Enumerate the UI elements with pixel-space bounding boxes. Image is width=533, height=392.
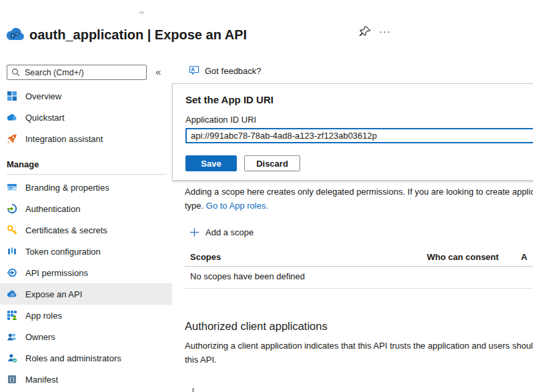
token-configuration-icon	[7, 246, 17, 257]
discard-button[interactable]: Discard	[244, 155, 300, 171]
api-permissions-icon	[7, 267, 17, 278]
plus-icon	[189, 227, 199, 237]
sidebar-collapse-button[interactable]: «	[155, 66, 161, 77]
scopes-note-line2: type. Go to App roles.	[185, 201, 268, 211]
pin-icon[interactable]	[358, 25, 373, 40]
sidebar-item-label: Token configuration	[25, 247, 101, 257]
sidebar-item-quickstart[interactable]: Quickstart	[0, 107, 172, 128]
add-client-application-plus-icon-partial[interactable]	[192, 388, 194, 392]
table-row-divider	[185, 288, 533, 289]
expose-api-cloud-icon	[7, 289, 17, 299]
sidebar-section-manage: Manage	[7, 159, 39, 169]
sidebar-item-label: App roles	[25, 311, 62, 321]
sidebar-item-label: Expose an API	[25, 289, 82, 299]
search-icon	[11, 68, 20, 77]
azure-portal-blade: oauth_application | Expose an API ··· « …	[0, 0, 533, 392]
top-artifact-mark	[139, 11, 144, 14]
add-a-scope-label: Add a scope	[205, 227, 253, 237]
column-header-who-can-consent: Who can consent	[427, 252, 499, 262]
sidebar-item-manifest[interactable]: Manifest	[0, 369, 172, 390]
feedback-person-icon	[189, 65, 199, 76]
manifest-icon	[7, 374, 17, 385]
sidebar-item-label: Certificates & secrets	[25, 225, 107, 235]
roles-administrators-icon	[7, 353, 17, 363]
sidebar-nav-general: Overview Quickstart Integration assistan…	[0, 85, 172, 149]
sidebar-item-label: Quickstart	[25, 113, 65, 123]
sidebar-item-owners[interactable]: Owners	[0, 326, 172, 347]
authorized-clients-note-line1: Authorizing a client application indicat…	[185, 341, 533, 351]
sidebar-search-box[interactable]	[7, 65, 147, 80]
authentication-icon	[7, 203, 17, 214]
more-options-ellipsis-icon[interactable]: ···	[379, 26, 391, 37]
key-icon	[7, 225, 17, 235]
scopes-note-line2-text: type.	[185, 201, 206, 211]
application-id-uri-input[interactable]	[185, 128, 533, 143]
authorized-clients-note-line2: this API.	[185, 355, 217, 365]
owners-people-icon	[7, 331, 17, 342]
sidebar-item-token-configuration[interactable]: Token configuration	[0, 241, 172, 262]
sidebar-item-branding-properties[interactable]: Branding & properties	[0, 177, 172, 198]
sidebar-nav-manage: Branding & properties Authentication Cer…	[0, 177, 172, 390]
add-a-scope-button[interactable]: Add a scope	[189, 227, 253, 237]
got-feedback-label: Got feedback?	[205, 66, 261, 76]
quickstart-icon	[7, 112, 17, 123]
sidebar-item-app-roles[interactable]: App roles	[0, 305, 172, 326]
search-input[interactable]	[25, 68, 142, 77]
got-feedback-button[interactable]: Got feedback?	[189, 65, 261, 76]
sidebar-item-label: Branding & properties	[25, 183, 109, 193]
column-header-scopes: Scopes	[190, 252, 221, 262]
sidebar-item-integration-assistant[interactable]: Integration assistant	[0, 128, 172, 149]
sidebar-divider	[7, 174, 167, 175]
column-header-admin-consent-truncated: A	[521, 252, 527, 262]
app-roles-icon	[7, 310, 17, 321]
sidebar-item-label: Integration assistant	[25, 134, 103, 144]
sidebar-item-label: Roles and administrators	[25, 353, 121, 363]
page-title: oauth_application | Expose an API	[29, 27, 247, 43]
sidebar-item-authentication[interactable]: Authentication	[0, 198, 172, 219]
panel-title: Set the App ID URI	[185, 94, 274, 105]
scopes-note-line1: Adding a scope here creates only delegat…	[185, 187, 533, 197]
sidebar-item-label: Authentication	[25, 204, 80, 214]
overview-icon	[7, 91, 17, 101]
sidebar-item-api-permissions[interactable]: API permissions	[0, 262, 172, 283]
sidebar-item-overview[interactable]: Overview	[0, 85, 172, 107]
sidebar-item-certificates-secrets[interactable]: Certificates & secrets	[0, 219, 172, 241]
sidebar-item-roles-and-administrators[interactable]: Roles and administrators	[0, 347, 172, 369]
sidebar-item-label: Owners	[25, 332, 55, 342]
set-app-id-uri-panel: Set the App ID URI Application ID URI Sa…	[172, 83, 533, 181]
sidebar-item-expose-an-api[interactable]: Expose an API	[0, 283, 172, 305]
table-header-divider	[185, 266, 533, 267]
authorized-client-applications-heading: Authorized client applications	[185, 320, 328, 333]
sidebar-item-label: API permissions	[25, 268, 88, 278]
sidebar-item-label: Manifest	[25, 375, 58, 385]
rocket-icon	[7, 133, 17, 144]
branding-icon	[7, 182, 17, 193]
application-id-uri-label: Application ID URI	[185, 115, 256, 125]
go-to-app-roles-link[interactable]: Go to App roles.	[206, 201, 268, 211]
save-button[interactable]: Save	[185, 155, 237, 171]
scopes-empty-message: No scopes have been defined	[190, 271, 305, 281]
app-registration-cloud-icon	[5, 27, 25, 41]
sidebar-item-label: Overview	[25, 91, 61, 101]
